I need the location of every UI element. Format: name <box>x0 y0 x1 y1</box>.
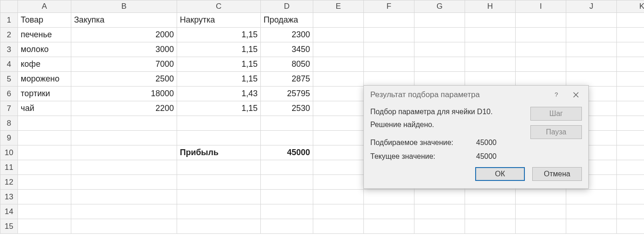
cell-G15[interactable] <box>414 219 465 234</box>
cell-A9[interactable] <box>18 131 71 145</box>
cell-D2[interactable]: 2300 <box>261 28 313 42</box>
ok-button[interactable]: ОК <box>475 167 525 181</box>
col-header[interactable]: G <box>414 0 465 13</box>
col-header[interactable]: K <box>617 0 644 13</box>
col-header[interactable]: F <box>364 0 414 13</box>
cell-K6[interactable] <box>617 87 644 101</box>
cell-G3[interactable] <box>414 42 465 57</box>
cell-B15[interactable] <box>71 219 177 234</box>
cell-H1[interactable] <box>465 13 516 28</box>
cell-A1[interactable]: Товар <box>18 13 71 28</box>
col-header[interactable]: A <box>18 0 71 13</box>
cell-F3[interactable] <box>364 42 414 57</box>
cell-J3[interactable] <box>566 42 617 57</box>
cancel-button[interactable]: Отмена <box>532 167 582 181</box>
cell-F5[interactable] <box>364 72 414 87</box>
col-header[interactable]: H <box>465 0 516 13</box>
cell-J13[interactable] <box>566 190 617 204</box>
cell-G14[interactable] <box>414 204 465 219</box>
cell-E13[interactable] <box>313 190 364 204</box>
cell-K2[interactable] <box>617 28 644 42</box>
cell-I4[interactable] <box>516 57 566 72</box>
cell-E6[interactable] <box>313 87 364 101</box>
cell-B1[interactable]: Закупка <box>71 13 177 28</box>
cell-B7[interactable]: 2200 <box>71 101 177 116</box>
row-header[interactable]: 10 <box>0 145 18 160</box>
cell-C5[interactable]: 1,15 <box>177 72 261 87</box>
cell-K7[interactable] <box>617 101 644 116</box>
cell-C9[interactable] <box>177 131 261 145</box>
cell-B8[interactable] <box>71 116 177 131</box>
close-icon[interactable] <box>566 87 586 102</box>
cell-E3[interactable] <box>313 42 364 57</box>
cell-F2[interactable] <box>364 28 414 42</box>
cell-C2[interactable]: 1,15 <box>177 28 261 42</box>
cell-D15[interactable] <box>261 219 313 234</box>
cell-B9[interactable] <box>71 131 177 145</box>
cell-A6[interactable]: тортики <box>18 87 71 101</box>
cell-H13[interactable] <box>465 190 516 204</box>
row-header[interactable]: 15 <box>0 219 18 234</box>
cell-K5[interactable] <box>617 72 644 87</box>
cell-D10[interactable]: 45000 <box>261 145 313 160</box>
cell-J4[interactable] <box>566 57 617 72</box>
cell-K1[interactable] <box>617 13 644 28</box>
cell-E12[interactable] <box>313 175 364 190</box>
cell-I13[interactable] <box>516 190 566 204</box>
cell-A5[interactable]: морожено <box>18 72 71 87</box>
cell-J14[interactable] <box>566 204 617 219</box>
cell-G5[interactable] <box>414 72 465 87</box>
cell-A14[interactable] <box>18 204 71 219</box>
cell-I14[interactable] <box>516 204 566 219</box>
cell-H14[interactable] <box>465 204 516 219</box>
cell-F13[interactable] <box>364 190 414 204</box>
dialog-titlebar[interactable]: Результат подбора параметра ? <box>364 86 588 104</box>
cell-D13[interactable] <box>261 190 313 204</box>
col-header[interactable]: C <box>177 0 261 13</box>
cell-C13[interactable] <box>177 190 261 204</box>
row-header[interactable]: 2 <box>0 28 18 42</box>
cell-K15[interactable] <box>617 219 644 234</box>
cell-D1[interactable]: Продажа <box>261 13 313 28</box>
select-all-corner[interactable] <box>0 0 18 13</box>
cell-K12[interactable] <box>617 175 644 190</box>
cell-E4[interactable] <box>313 57 364 72</box>
cell-A7[interactable]: чай <box>18 101 71 116</box>
cell-E1[interactable] <box>313 13 364 28</box>
cell-B3[interactable]: 3000 <box>71 42 177 57</box>
row-header[interactable]: 3 <box>0 42 18 57</box>
cell-B5[interactable]: 2500 <box>71 72 177 87</box>
cell-E14[interactable] <box>313 204 364 219</box>
cell-H5[interactable] <box>465 72 516 87</box>
cell-B2[interactable]: 2000 <box>71 28 177 42</box>
cell-C11[interactable] <box>177 160 261 175</box>
cell-C7[interactable]: 1,15 <box>177 101 261 116</box>
cell-D11[interactable] <box>261 160 313 175</box>
cell-A3[interactable]: молоко <box>18 42 71 57</box>
cell-J1[interactable] <box>566 13 617 28</box>
cell-J15[interactable] <box>566 219 617 234</box>
row-header[interactable]: 11 <box>0 160 18 175</box>
cell-K4[interactable] <box>617 57 644 72</box>
cell-B6[interactable]: 18000 <box>71 87 177 101</box>
cell-H3[interactable] <box>465 42 516 57</box>
help-icon[interactable]: ? <box>547 87 566 102</box>
cell-K14[interactable] <box>617 204 644 219</box>
cell-H15[interactable] <box>465 219 516 234</box>
step-button[interactable]: Шаг <box>530 107 582 121</box>
cell-C4[interactable]: 1,15 <box>177 57 261 72</box>
cell-D6[interactable]: 25795 <box>261 87 313 101</box>
cell-A2[interactable]: печенье <box>18 28 71 42</box>
cell-G4[interactable] <box>414 57 465 72</box>
cell-B13[interactable] <box>71 190 177 204</box>
cell-K11[interactable] <box>617 160 644 175</box>
cell-E9[interactable] <box>313 131 364 145</box>
cell-C3[interactable]: 1,15 <box>177 42 261 57</box>
cell-D9[interactable] <box>261 131 313 145</box>
cell-J2[interactable] <box>566 28 617 42</box>
cell-C15[interactable] <box>177 219 261 234</box>
cell-I5[interactable] <box>516 72 566 87</box>
row-header[interactable]: 1 <box>0 13 18 28</box>
row-header[interactable]: 14 <box>0 204 18 219</box>
cell-I3[interactable] <box>516 42 566 57</box>
